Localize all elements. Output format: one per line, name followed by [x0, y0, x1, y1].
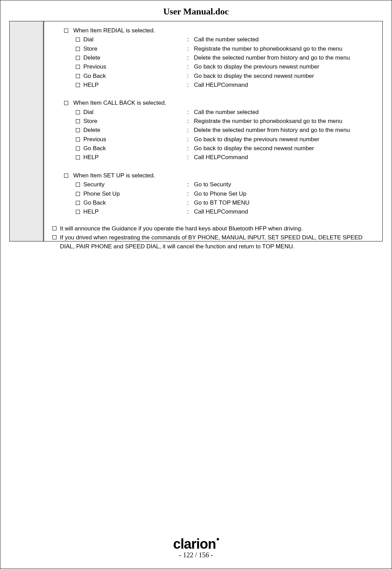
page-number: - 122 / 156 - — [0, 551, 392, 559]
section-header-text: When Item CALL BACK is selected. — [73, 100, 166, 106]
list-item: Dial : Call the number selected — [44, 108, 379, 117]
item-label: Previous — [83, 136, 106, 143]
checkbox-icon — [76, 38, 80, 42]
item-label: Delete — [83, 127, 100, 133]
list-item: Dial : Call the number selected — [44, 35, 379, 44]
colon: : — [187, 81, 194, 90]
colon: : — [187, 198, 194, 207]
checkbox-icon — [76, 83, 80, 87]
item-desc: Go back to display the second newest num… — [194, 144, 379, 153]
list-item: Delete : Delete the selected number from… — [44, 53, 379, 62]
colon: : — [187, 72, 194, 81]
checkbox-icon — [76, 146, 80, 151]
item-label: HELP — [83, 208, 99, 215]
item-desc: Call the number selected — [194, 35, 379, 44]
item-label: Phone Set Up — [83, 190, 120, 197]
colon: : — [187, 180, 194, 189]
item-label: Go Back — [83, 73, 106, 79]
checkbox-icon — [76, 192, 80, 196]
item-label: Dial — [83, 36, 93, 43]
list-item: Previous : Go back to display the previo… — [44, 135, 379, 144]
item-label: Store — [83, 45, 97, 52]
list-item: HELP : Call HELPCommand — [44, 153, 379, 162]
checkbox-icon — [76, 210, 80, 214]
section-header: When Item CALL BACK is selected. — [44, 99, 379, 107]
content-frame: When Item REDIAL is selected. Dial : Cal… — [9, 21, 383, 241]
checkbox-icon — [76, 128, 80, 132]
list-item: Store : Registrate the number to phonebo… — [44, 117, 379, 126]
note-text: It will announce the Guidance if you ope… — [60, 224, 379, 233]
checkbox-icon — [64, 101, 68, 105]
checkbox-icon — [64, 29, 68, 33]
colon: : — [187, 207, 194, 216]
section-header-text: When Item SET UP is selected. — [73, 172, 155, 179]
item-label: Go Back — [83, 145, 106, 152]
section-header-text: When Item REDIAL is selected. — [73, 27, 155, 34]
colon: : — [187, 135, 194, 144]
item-desc: Go to BT TOP MENU — [194, 198, 379, 207]
list-item: Security : Go to Security — [44, 180, 379, 189]
colon: : — [187, 117, 194, 126]
checkbox-icon — [76, 155, 80, 159]
colon: : — [187, 53, 194, 62]
item-label: Delete — [83, 54, 100, 61]
section-header: When Item SET UP is selected. — [44, 171, 379, 180]
item-desc: Call HELPCommand — [194, 207, 379, 216]
colon: : — [187, 153, 194, 162]
item-label: Store — [83, 118, 97, 124]
logo-dot-icon — [217, 538, 219, 540]
item-desc: Go to Security — [194, 180, 379, 189]
checkbox-icon — [76, 201, 80, 205]
list-item: Go Back : Go back to display the second … — [44, 72, 379, 81]
item-label: HELP — [83, 154, 99, 161]
checkbox-icon — [52, 235, 56, 239]
checkbox-icon — [76, 110, 80, 114]
item-label: Security — [83, 181, 104, 188]
page-title: User Manual.doc — [9, 7, 383, 17]
checkbox-icon — [64, 174, 68, 178]
brand-text: clarion — [173, 536, 216, 551]
footer: clarion - 122 / 156 - — [0, 536, 392, 559]
list-item: HELP : Call HELPCommand — [44, 81, 379, 90]
left-gutter — [10, 21, 44, 241]
item-desc: Go back to display the second newest num… — [194, 72, 379, 81]
colon: : — [187, 35, 194, 44]
colon: : — [187, 189, 194, 198]
colon: : — [187, 62, 194, 71]
note-text: If you drived when regestrating the comm… — [60, 233, 379, 251]
checkbox-icon — [76, 137, 80, 142]
item-label: Previous — [83, 63, 106, 70]
note-item: It will announce the Guidance if you ope… — [44, 224, 379, 233]
item-desc: Call HELPCommand — [194, 153, 379, 162]
checkbox-icon — [52, 226, 56, 230]
checkbox-icon — [76, 119, 80, 123]
item-desc: Call the number selected — [194, 108, 379, 117]
item-label: Go Back — [83, 199, 106, 206]
list-item: Phone Set Up : Go to Phone Set Up — [44, 189, 379, 198]
item-desc: Go back to display the previours newest … — [194, 135, 379, 144]
checkbox-icon — [76, 74, 80, 78]
page: User Manual.doc When Item REDIAL is sele… — [0, 0, 392, 569]
list-item: Store : Registrate the number to phonebo… — [44, 44, 379, 53]
item-desc: Go back to display the previours newest … — [194, 62, 379, 71]
list-item: HELP : Call HELPCommand — [44, 207, 379, 216]
checkbox-icon — [76, 183, 80, 187]
colon: : — [187, 108, 194, 117]
checkbox-icon — [76, 56, 80, 60]
colon: : — [187, 126, 194, 135]
item-label: HELP — [83, 82, 99, 88]
item-desc: Call HELPCommand — [194, 81, 379, 90]
section-header: When Item REDIAL is selected. — [44, 26, 379, 35]
list-item: Delete : Delete the selected number from… — [44, 126, 379, 135]
item-desc: Delete the selected number from history … — [194, 126, 379, 135]
list-item: Previous : Go back to display the previo… — [44, 62, 379, 71]
note-item: If you drived when regestrating the comm… — [44, 233, 379, 251]
list-item: Go Back : Go to BT TOP MENU — [44, 198, 379, 207]
item-desc: Registrate the number to phonebooksand g… — [194, 117, 379, 126]
content-area: When Item REDIAL is selected. Dial : Cal… — [44, 21, 382, 241]
list-item: Go Back : Go back to display the second … — [44, 144, 379, 153]
item-desc: Delete the selected number from history … — [194, 53, 379, 62]
colon: : — [187, 44, 194, 53]
brand-logo: clarion — [0, 536, 392, 552]
checkbox-icon — [76, 65, 80, 69]
